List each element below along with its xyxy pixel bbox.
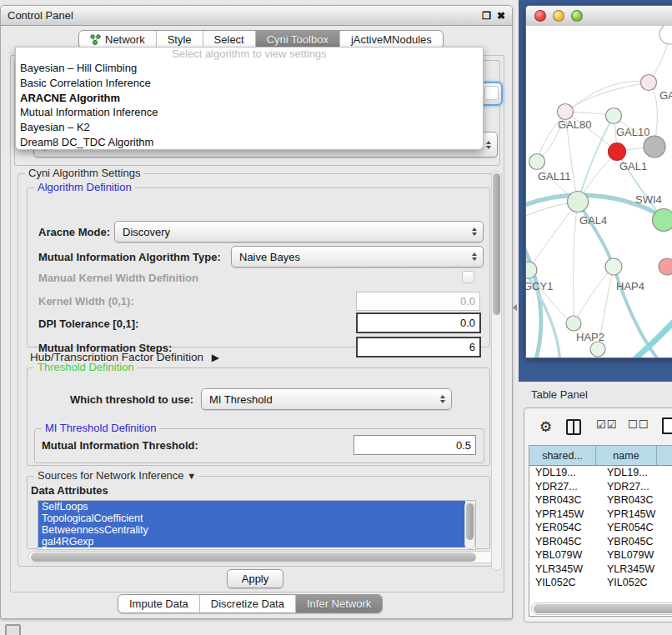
table-row[interactable]: YDR27...YDR27...12 — [529, 480, 672, 494]
mi-threshold-field[interactable]: 0.5 — [354, 435, 476, 455]
close-window-icon[interactable]: ✖ — [497, 10, 505, 22]
tab-label: Infer Network — [307, 598, 371, 610]
splitter-arrow-icon[interactable] — [513, 304, 517, 311]
network-canvas[interactable]: GAL GAL80 GAL10 GAL1 GAL11 SWI4 GAL4 GCY… — [526, 26, 672, 358]
aracne-mode-combobox[interactable]: Discovery — [114, 221, 484, 242]
algorithm-dropdown-popup: Select algorithm to view settings Bayesi… — [15, 47, 484, 150]
node-label: GAL4 — [579, 214, 607, 227]
tab-label: Cyni Toolbox — [267, 33, 328, 46]
algorithm-definition-group: Algorithm Definition Aracne Mode: Discov… — [27, 188, 490, 348]
group-title: Cyni Algorithm Settings — [25, 167, 143, 179]
kernel-width-field[interactable]: 0.0 — [356, 292, 480, 311]
table-row[interactable]: YDL19...YDL19...13 — [529, 466, 672, 480]
tab-select[interactable]: Select — [203, 31, 255, 48]
float-window-icon[interactable]: ❐ — [482, 10, 491, 22]
kernel-width-label: Kernel Width (0,1): — [38, 295, 134, 308]
zoom-traffic-light-icon[interactable] — [571, 10, 583, 22]
list-item[interactable]: gal4RGexp — [38, 536, 465, 548]
table-row[interactable]: YBL079WYBL079W — [529, 548, 672, 562]
network-view-window: GAL GAL80 GAL10 GAL1 GAL11 SWI4 GAL4 GCY… — [525, 5, 672, 358]
network-tab-icon — [90, 34, 101, 45]
window-title: Control Panel — [1, 9, 73, 22]
table-row[interactable]: YBR045CYBR045C9. — [529, 535, 672, 549]
table-row[interactable]: YLR345WYLR345W9. — [529, 562, 672, 577]
table-row[interactable]: YIL052CYIL052C9 — [529, 576, 672, 590]
dpi-tolerance-value: 0.0 — [460, 317, 475, 329]
list-item[interactable]: SelfLoops — [38, 501, 465, 512]
table-row[interactable]: YER054CYER054C8. — [529, 521, 672, 535]
node-label: HAP4 — [616, 280, 644, 292]
minimized-panel-icon[interactable] — [5, 624, 21, 635]
data-attributes-list[interactable]: SelfLoops TopologicalCoefficient Between… — [38, 500, 476, 550]
tab-jactivemnodules[interactable]: jActiveMNodules — [339, 31, 443, 48]
scrollbar-thumb[interactable] — [31, 552, 476, 562]
table-panel-title: Table Panel — [531, 388, 588, 401]
apply-button[interactable]: Apply — [227, 569, 283, 588]
dropdown-option[interactable]: Mutual Information Inference — [16, 105, 483, 120]
scrollbar-thumb[interactable] — [493, 173, 500, 315]
tab-infer-network[interactable]: Infer Network — [295, 595, 382, 612]
tab-network[interactable]: Network — [79, 31, 156, 48]
node-label: GCY1 — [526, 280, 553, 292]
table-row[interactable]: YBR043CYBR043C — [529, 493, 672, 508]
apply-button-label: Apply — [242, 572, 269, 585]
table-toolbar: ⚙ ☑☑ ☐☐ — [524, 412, 672, 442]
node-label: GAL — [659, 89, 672, 102]
mi-steps-value: 6 — [469, 341, 475, 353]
mi-threshold-definition-group: MI Threshold Definition Mutual Informati… — [34, 428, 484, 463]
node-label: GAL80 — [558, 118, 591, 131]
column-header[interactable]: shared... — [529, 446, 596, 465]
expand-down-icon[interactable]: ▼ — [187, 471, 196, 481]
group-title: MI Threshold Definition — [42, 422, 159, 434]
node-table[interactable]: shared... name A YDL19...YDL19...13 YDR2… — [529, 445, 672, 617]
kernel-width-value: 0.0 — [460, 295, 475, 308]
dropdown-option[interactable]: Bayesian – Hill Climbing — [16, 61, 483, 76]
node-label: GAL1 — [619, 160, 647, 172]
mi-algorithm-type-combobox[interactable]: Naive Bayes — [231, 246, 484, 268]
select-all-checkboxes-icon[interactable]: ☑☑ — [596, 418, 617, 431]
minimize-traffic-light-icon[interactable] — [553, 10, 564, 22]
combobox-button — [484, 86, 499, 100]
deselect-all-checkboxes-icon[interactable]: ☐☐ — [628, 418, 649, 431]
tab-label: Impute Data — [129, 598, 188, 610]
columns-icon[interactable] — [566, 419, 581, 435]
gear-icon[interactable]: ⚙ — [539, 418, 552, 436]
settings-horizontal-scrollbar[interactable] — [28, 551, 494, 563]
close-traffic-light-icon[interactable] — [534, 10, 546, 22]
dropdown-option[interactable]: Bayesian – K2 — [16, 120, 483, 135]
column-header[interactable]: A — [657, 446, 672, 465]
list-item[interactable]: BetweennessCentrality — [38, 524, 465, 536]
table-row[interactable]: YPR145WYPR145W9. — [529, 508, 672, 522]
manual-kernel-checkbox[interactable] — [462, 271, 474, 283]
data-attributes-label: Data Attributes — [31, 484, 108, 497]
list-item[interactable]: TopologicalCoefficient — [38, 512, 465, 524]
tab-discretize-data[interactable]: Discretize Data — [199, 595, 295, 612]
new-file-icon[interactable] — [662, 418, 672, 434]
mi-steps-field[interactable]: 6 — [356, 337, 481, 358]
dpi-tolerance-field[interactable]: 0.0 — [356, 312, 481, 333]
cyni-bottom-tab-bar: Impute Data Discretize Data Infer Networ… — [118, 594, 383, 613]
expand-right-icon[interactable]: ▶ — [212, 352, 219, 363]
tab-cyni-toolbox[interactable]: Cyni Toolbox — [255, 31, 339, 48]
control-panel-titlebar[interactable]: Control Panel ❐ ✖ — [1, 6, 512, 26]
table-horizontal-scrollbar[interactable] — [531, 602, 672, 615]
threshold-definition-group: Threshold Definition Which threshold to … — [27, 368, 490, 466]
tab-style[interactable]: Style — [156, 31, 203, 48]
sources-title: Sources for Network Inference — [38, 469, 184, 482]
network-window-titlebar[interactable] — [526, 6, 672, 27]
dropdown-option[interactable]: Dream8 DC_TDC Algorithm — [16, 134, 483, 149]
dropdown-option[interactable]: Basic Correlation Inference — [16, 76, 483, 91]
manual-kernel-label: Manual Kernel Width Definition — [38, 272, 198, 284]
settings-vertical-scrollbar[interactable] — [491, 171, 502, 571]
node-label: GAL11 — [538, 170, 571, 182]
dropdown-option-selected[interactable]: ARACNE Algorithm — [16, 90, 483, 105]
mi-type-label: Mutual Information Algorithm Type: — [38, 251, 221, 263]
scrollbar-thumb[interactable] — [534, 604, 672, 613]
sources-toggle[interactable]: Sources for Network Inference ▼ — [34, 469, 199, 482]
list-vertical-scrollbar[interactable] — [464, 501, 475, 549]
column-header[interactable]: name — [596, 446, 657, 465]
aracne-mode-value: Discovery — [123, 226, 170, 238]
tab-impute-data[interactable]: Impute Data — [118, 595, 199, 612]
scrollbar-thumb[interactable] — [466, 503, 474, 540]
which-threshold-combobox[interactable]: MI Threshold — [201, 388, 452, 410]
